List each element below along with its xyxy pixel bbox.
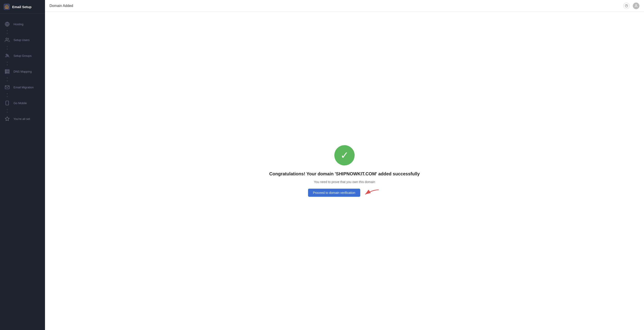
app-logo xyxy=(4,4,10,10)
svg-point-4 xyxy=(7,55,8,56)
all-set-label: You're all set xyxy=(14,117,30,121)
svg-point-10 xyxy=(6,73,6,73)
group-icon xyxy=(4,52,11,59)
hosting-label: Hosting xyxy=(14,23,24,26)
sidebar-nav: Hosting Setup Users xyxy=(0,14,45,330)
flag-icon xyxy=(4,115,11,122)
svg-point-3 xyxy=(6,54,8,55)
nav-connector-4 xyxy=(7,77,8,81)
success-content: ✓ Congratulations! Your domain 'SHIPNOWK… xyxy=(45,12,644,330)
app-title: Email Setup xyxy=(12,5,32,9)
nav-connector-5 xyxy=(7,93,8,97)
topbar: Domain Added xyxy=(45,0,644,12)
mobile-icon xyxy=(4,99,11,107)
congratulations-text: Congratulations! Your domain 'SHIPNOWKIT… xyxy=(269,171,420,177)
sidebar-item-go-mobile[interactable]: Go Mobile xyxy=(0,97,45,109)
sidebar-item-setup-groups[interactable]: Setup Groups xyxy=(0,50,45,62)
go-mobile-label: Go Mobile xyxy=(14,101,27,105)
checkmark-icon: ✓ xyxy=(340,150,349,160)
setup-users-label: Setup Users xyxy=(14,38,30,42)
dns-mapping-label: DNS Mapping xyxy=(14,70,32,73)
main-panel: Domain Added ✓ Congratulations! Your dom… xyxy=(45,0,644,330)
sidebar-item-email-migration[interactable]: Email Migration xyxy=(0,81,45,93)
nav-connector-3 xyxy=(7,62,8,66)
sidebar-item-dns-mapping[interactable]: DNS Mapping xyxy=(0,66,45,77)
topbar-actions xyxy=(623,3,640,9)
svg-point-16 xyxy=(636,5,636,6)
domain-subtitle: You need to prove that you own this doma… xyxy=(314,180,375,184)
svg-marker-13 xyxy=(5,117,9,121)
setup-groups-label: Setup Groups xyxy=(14,54,32,58)
help-icon[interactable] xyxy=(623,3,630,9)
nav-connector-1 xyxy=(7,30,8,34)
sidebar-item-hosting[interactable]: Hosting xyxy=(0,18,45,30)
svg-point-8 xyxy=(6,70,6,70)
sidebar: Email Setup Hosting xyxy=(0,0,45,330)
sidebar-item-setup-users[interactable]: Setup Users xyxy=(0,34,45,46)
users-icon xyxy=(4,36,11,44)
dns-icon xyxy=(4,68,11,75)
success-icon-circle: ✓ xyxy=(334,145,355,166)
globe-icon xyxy=(4,21,11,28)
sidebar-item-all-set[interactable]: You're all set xyxy=(0,113,45,125)
nav-connector-2 xyxy=(7,46,8,50)
nav-connector-6 xyxy=(7,109,8,113)
arrow-icon xyxy=(363,188,381,197)
svg-point-2 xyxy=(6,38,8,40)
email-icon xyxy=(4,84,11,91)
email-migration-label: Email Migration xyxy=(14,86,34,89)
user-avatar[interactable] xyxy=(633,3,640,9)
svg-rect-11 xyxy=(6,101,9,105)
svg-point-9 xyxy=(6,71,6,72)
proceed-domain-verification-button[interactable]: Proceed to domain verification xyxy=(308,189,360,197)
page-title: Domain Added xyxy=(50,4,73,8)
sidebar-header: Email Setup xyxy=(0,0,45,14)
